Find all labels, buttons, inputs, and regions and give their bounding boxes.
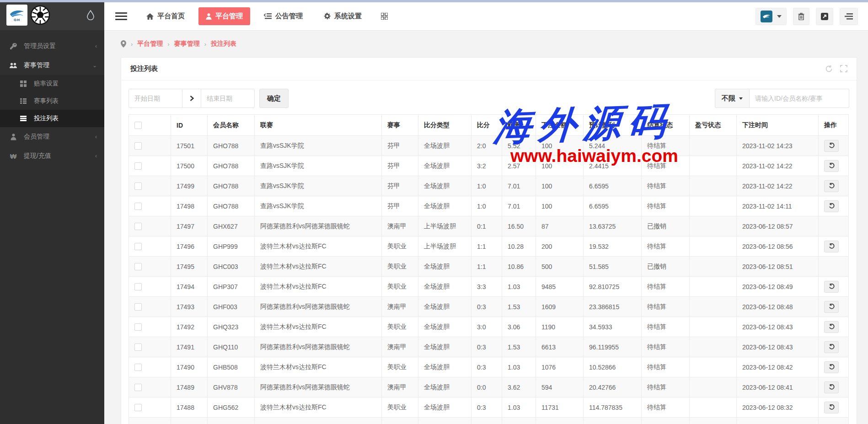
cell-league: 查路vsSJK学院: [255, 196, 382, 216]
confirm-button[interactable]: 确定: [259, 89, 289, 108]
cell-pl-status: [690, 216, 737, 236]
table-header-row: ID 会员名称 联赛 赛事 比分类型 比分 赔率 下注金额 预计盈利 结算状态 …: [129, 115, 849, 136]
cell-score-type: 全场波胆: [418, 277, 472, 297]
cell-member-name: GHB508: [208, 357, 255, 377]
main-content: › 平台管理 › 赛事管理 › 投注列表 投注列表: [104, 31, 868, 424]
sidebar-item-withdraw-recharge[interactable]: ₩ 提现/充值 ‹: [0, 146, 104, 166]
col-header-settle-status: 结算状态: [642, 115, 690, 136]
hamburger-menu-icon[interactable]: [115, 11, 127, 22]
cell-member-name: GHO788: [208, 176, 255, 196]
row-checkbox[interactable]: [134, 384, 142, 391]
row-checkbox[interactable]: [134, 303, 142, 311]
soccer-ball-icon: [30, 5, 50, 25]
revoke-action-button[interactable]: [824, 402, 839, 413]
search-input[interactable]: [750, 89, 849, 108]
row-checkbox[interactable]: [134, 223, 142, 230]
nav-item-label: 系统设置: [334, 12, 362, 21]
account-dropdown-button[interactable]: [755, 8, 787, 25]
row-checkbox[interactable]: [134, 263, 142, 270]
cell-expected-profit: 34.5933: [584, 317, 642, 337]
row-checkbox[interactable]: [134, 343, 142, 351]
cell-id: 17501: [171, 136, 208, 156]
sidebar: GH 管理员设置 ‹ 赛事管理 ⌄: [0, 0, 104, 424]
revoke-action-button[interactable]: [824, 321, 839, 333]
cell-settle-status: 待结算: [642, 357, 690, 377]
nav-item-platform-management[interactable]: 平台管理: [198, 7, 250, 25]
row-checkbox[interactable]: [134, 203, 142, 210]
revoke-action-button[interactable]: [824, 160, 839, 172]
external-link-button[interactable]: [816, 8, 833, 25]
breadcrumb-link-bet-list[interactable]: 投注列表: [211, 40, 236, 48]
cell-settle-status: 待结算: [642, 397, 690, 418]
cell-score-type: 全场波胆: [418, 337, 472, 357]
sidebar-item-admin-settings[interactable]: 管理员设置 ‹: [0, 37, 104, 56]
revoke-action-button[interactable]: [824, 140, 839, 152]
date-range-arrow-button[interactable]: [182, 89, 201, 108]
nav-item-platform-home[interactable]: 平台首页: [139, 7, 192, 25]
revoke-action-button[interactable]: [824, 301, 839, 313]
cell-league: 阿德莱德胜利vs阿德莱德眼镜蛇: [255, 297, 382, 317]
scope-dropdown-button[interactable]: 不限: [715, 89, 750, 108]
select-all-checkbox[interactable]: [134, 122, 142, 129]
revoke-action-button[interactable]: [824, 180, 839, 192]
sidebar-item-odds-settings[interactable]: 赔率设置: [0, 75, 104, 92]
cell-bet-time: 2023-06-12 08:41: [737, 377, 819, 397]
cell-member-name: GHO788: [208, 196, 255, 216]
apps-grid-icon[interactable]: [375, 8, 393, 24]
brand-logo[interactable]: GH: [6, 5, 27, 26]
cell-event: 美职业: [382, 397, 418, 418]
breadcrumb-link-platform[interactable]: 平台管理: [137, 40, 163, 48]
list-icon: [18, 116, 28, 121]
sidebar-item-bet-list[interactable]: 投注列表: [0, 110, 104, 127]
start-date-input[interactable]: [129, 89, 182, 108]
cell-bet-amount: 100: [536, 136, 584, 156]
cell-league: 阿德莱德胜利vs阿德莱德眼镜蛇: [255, 337, 382, 357]
revoke-action-button[interactable]: [824, 341, 839, 353]
sidebar-item-match-list[interactable]: 赛事列表: [0, 92, 104, 110]
cell-expected-profit: 6.6595: [584, 196, 642, 216]
cell-score: 2:0: [472, 136, 502, 156]
fullscreen-icon[interactable]: [840, 65, 847, 73]
sidebar-item-member-management[interactable]: 会员管理 ‹: [0, 127, 104, 146]
cell-pl-status: [690, 136, 737, 156]
cell-odds: 1.03: [502, 397, 536, 418]
nav-item-system-settings[interactable]: 系统设置: [316, 7, 369, 25]
row-checkbox[interactable]: [134, 162, 142, 170]
sidebar-item-match-management[interactable]: 赛事管理 ⌄: [0, 56, 104, 75]
cell-expected-profit: 92.810725: [584, 277, 642, 297]
breadcrumb-link-match[interactable]: 赛事管理: [174, 40, 200, 48]
revoke-action-button[interactable]: [824, 200, 839, 212]
table-row: 17495 GHC003 波特兰木材vs达拉斯FC 美职业 全场波胆 1:1 1…: [129, 257, 849, 277]
row-checkbox[interactable]: [134, 243, 142, 250]
cell-event: 澳南甲: [382, 337, 418, 357]
cell-member-name: GHO788: [208, 156, 255, 176]
cell-score-type: 全场波胆: [418, 397, 472, 418]
trash-button[interactable]: [793, 8, 809, 25]
end-date-input[interactable]: [201, 89, 255, 108]
revoke-action-button[interactable]: [824, 361, 839, 373]
row-checkbox[interactable]: [134, 404, 142, 411]
revoke-action-button[interactable]: [824, 381, 839, 393]
revoke-action-button[interactable]: [824, 241, 839, 252]
panel-toggle-button[interactable]: [840, 8, 858, 25]
nav-item-label: 平台首页: [157, 12, 185, 21]
cell-pl-status: [690, 196, 737, 216]
row-checkbox[interactable]: [134, 182, 142, 190]
breadcrumb-separator: ›: [167, 41, 169, 48]
row-checkbox[interactable]: [134, 323, 142, 331]
cell-pl-status: [690, 236, 737, 257]
row-checkbox[interactable]: [134, 364, 142, 371]
cell-bet-time: 2023-06-12 08:48: [737, 297, 819, 317]
cell-league: 查路vsSJK学院: [255, 136, 382, 156]
droplet-icon[interactable]: [87, 10, 94, 20]
refresh-icon[interactable]: [825, 65, 833, 73]
row-checkbox[interactable]: [134, 283, 142, 290]
row-checkbox[interactable]: [134, 142, 142, 150]
nav-item-announcement-management[interactable]: 公告管理: [257, 7, 310, 25]
revoke-action-button[interactable]: [824, 281, 839, 293]
col-header-pl-status: 盈亏状态: [690, 115, 737, 136]
cell-bet-time: 2023-06-12 08:51: [737, 257, 819, 277]
cell-bet-time: 2023-06-12 08:43: [737, 337, 819, 357]
cell-expected-profit: 10.52866: [584, 357, 642, 377]
cell-bet-time: 2023-11-02 14:11: [737, 196, 819, 216]
